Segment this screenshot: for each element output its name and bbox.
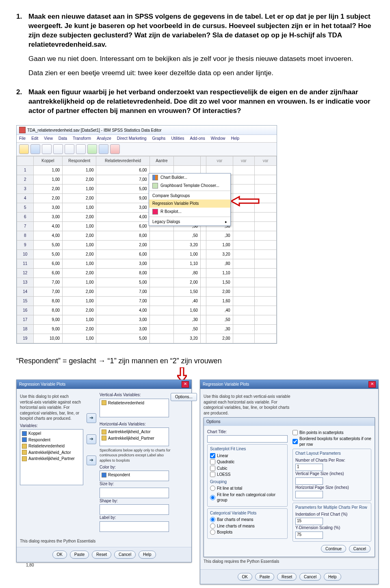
menu-edit[interactable]: Edit <box>31 136 38 141</box>
move-right-button[interactable]: ➔ <box>87 434 96 444</box>
menu-view[interactable]: View <box>44 136 53 141</box>
linear-checkbox[interactable] <box>210 453 215 458</box>
col-var-3[interactable]: var <box>255 156 277 165</box>
line-means-radio[interactable] <box>210 523 215 529</box>
dd-graphboard[interactable]: Graphboard Template Chooser... <box>149 182 230 190</box>
table-row[interactable]: 168,002,004,001,60,40 <box>17 306 277 315</box>
table-row[interactable]: 95,001,002,003,201,00 <box>17 240 277 250</box>
col-koppel[interactable]: Koppel <box>33 156 63 165</box>
menu-file[interactable]: File <box>19 136 26 141</box>
help-button[interactable]: Help <box>324 573 341 581</box>
graphs-dropdown[interactable]: Chart Builder... Graphboard Template Cho… <box>149 173 231 226</box>
dd-regression-variable-plots[interactable]: Regression Variable Plots <box>149 200 230 208</box>
fit-each-radio[interactable] <box>210 495 215 500</box>
table-row[interactable]: 32,001,005,0030 <box>17 184 277 193</box>
loess-checkbox[interactable] <box>210 472 215 477</box>
tb-recall-icon[interactable] <box>53 144 63 154</box>
move-right-button[interactable]: ➔ <box>87 413 96 423</box>
color-by-list[interactable]: Respondent <box>100 471 169 481</box>
paste-button[interactable]: Paste <box>255 573 275 581</box>
menu-addons[interactable]: Add-ons <box>190 136 205 141</box>
table-row[interactable]: 137,001,005,002,001,50 <box>17 278 277 287</box>
table-row[interactable]: 116,001,003,001,10,80 <box>17 259 277 268</box>
reset-button[interactable]: Reset <box>277 573 297 581</box>
cubic-checkbox[interactable] <box>210 466 215 471</box>
tb-undo-icon[interactable] <box>65 144 74 154</box>
horizontal-axis-list[interactable]: Aantrekkelijkheid_Actor Aantrekkelijkhei… <box>100 427 169 446</box>
dlg1-titlebar[interactable]: Regression Variable Plots ✕ <box>17 380 191 389</box>
data-table[interactable]: Koppel Respondent Relatietevredenheid Aa… <box>17 156 277 343</box>
tb-find-icon[interactable] <box>110 144 120 154</box>
table-row[interactable]: 11,001,006,00 <box>17 165 277 175</box>
table-row[interactable]: 74,001,006,00,30,50 <box>17 221 277 231</box>
menu-window[interactable]: Window <box>211 136 225 141</box>
table-row[interactable]: 179,001,003,00,30,50 <box>17 315 277 324</box>
label-by-list[interactable] <box>100 521 169 532</box>
boxplots-radio[interactable] <box>210 529 215 535</box>
menu-direct-marketing[interactable]: Direct Marketing <box>117 136 147 141</box>
paste-button[interactable]: Paste <box>70 551 89 559</box>
cancel-button[interactable]: Cancel <box>114 551 136 559</box>
dialog-regression-variable-plots-options[interactable]: Regression Variable Plots ✕ Use this dia… <box>200 380 379 584</box>
table-row[interactable]: 21,002,007,0020 <box>17 175 277 184</box>
dlg2-titlebar[interactable]: Regression Variable Plots ✕ <box>200 380 378 389</box>
dialog-regression-variable-plots[interactable]: Regression Variable Plots ✕ Use this dia… <box>16 380 192 562</box>
dd-r-boxplot[interactable]: R Boxplot... <box>149 208 230 216</box>
col-aantre[interactable]: Aantre <box>150 156 174 165</box>
menu-graphs[interactable]: Graphs <box>152 136 166 141</box>
indent-input[interactable]: 15 <box>295 518 323 525</box>
move-right-button[interactable]: ➔ <box>87 456 96 465</box>
tb-print-icon[interactable] <box>42 144 52 154</box>
quadratic-checkbox[interactable] <box>210 459 215 464</box>
ok-button[interactable]: OK <box>52 551 67 559</box>
tb-goto-icon[interactable] <box>87 144 97 154</box>
tb-open-icon[interactable] <box>19 144 29 154</box>
col-respondent[interactable]: Respondent <box>63 156 96 165</box>
dd-chart-builder[interactable]: Chart Builder... <box>149 174 230 182</box>
shape-by-list[interactable] <box>100 504 169 515</box>
options-subdialog[interactable]: Options Chart Title: Scatterplot Fit Lin… <box>204 417 375 557</box>
continue-button[interactable]: Continue <box>321 545 346 553</box>
dd-compare[interactable]: Compare Subgroups <box>149 192 230 200</box>
col-relatietevredenheid[interactable]: Relatietevredenheid <box>96 156 150 165</box>
vertical-axis-list[interactable]: Relatietevredenheid <box>100 399 169 417</box>
table-row[interactable]: 1910,001,005,003,202,00 <box>17 334 277 343</box>
bordered-boxplots-checkbox[interactable] <box>292 439 298 444</box>
tb-save-icon[interactable] <box>30 144 40 154</box>
cancel-button[interactable]: Cancel <box>299 573 321 581</box>
size-by-list[interactable] <box>100 488 169 498</box>
table-row[interactable]: 158,001,007,00,401,60 <box>17 296 277 306</box>
yds-input[interactable]: 75 <box>295 532 323 539</box>
dd-legacy[interactable]: Legacy Dialogs▸ <box>149 218 230 226</box>
menu-help[interactable]: Help <box>231 136 239 141</box>
help-button[interactable]: Help <box>139 551 156 559</box>
cancel-button[interactable]: Cancel <box>349 545 370 553</box>
variables-list[interactable]: Koppel Respondent Relatietevredenheid Aa… <box>20 429 83 485</box>
chart-title-input[interactable] <box>207 435 288 443</box>
menu-transform[interactable]: Transform <box>73 136 91 141</box>
bar-means-radio[interactable] <box>210 517 215 522</box>
fit-total-radio[interactable] <box>210 486 215 491</box>
table-row[interactable]: 63,002,004,00,60,40 <box>17 212 277 221</box>
ncpr-input[interactable]: 1 <box>295 464 323 471</box>
tb-redo-icon[interactable] <box>76 144 86 154</box>
table-row[interactable]: 189,002,003,00,50,30 <box>17 324 277 334</box>
col-var-2[interactable]: var <box>233 156 255 165</box>
menu-analyze[interactable]: Analyze <box>97 136 111 141</box>
close-icon[interactable]: ✕ <box>182 381 189 388</box>
hps-input[interactable] <box>295 491 323 498</box>
table-row[interactable]: 84,002,008,00,50,30 <box>17 231 277 240</box>
reset-button[interactable]: Reset <box>92 551 111 559</box>
table-row[interactable]: 147,002,007,001,502,00 <box>17 287 277 296</box>
tb-vars-icon[interactable] <box>99 144 108 154</box>
table-row[interactable]: 126,002,008,00,801,10 <box>17 268 277 278</box>
bin-points-checkbox[interactable] <box>292 430 298 435</box>
menu-utilities[interactable]: Utilities <box>171 136 184 141</box>
options-button[interactable]: Options... <box>171 393 197 401</box>
col-var-1[interactable]: var <box>206 156 233 165</box>
close-icon[interactable]: ✕ <box>368 381 376 388</box>
ok-button[interactable]: OK <box>238 573 252 581</box>
vps-input[interactable] <box>295 477 323 485</box>
table-row[interactable]: 105,002,006,001,003,20 <box>17 250 277 259</box>
spss-menubar[interactable]: File Edit View Data Transform Analyze Di… <box>17 135 277 143</box>
